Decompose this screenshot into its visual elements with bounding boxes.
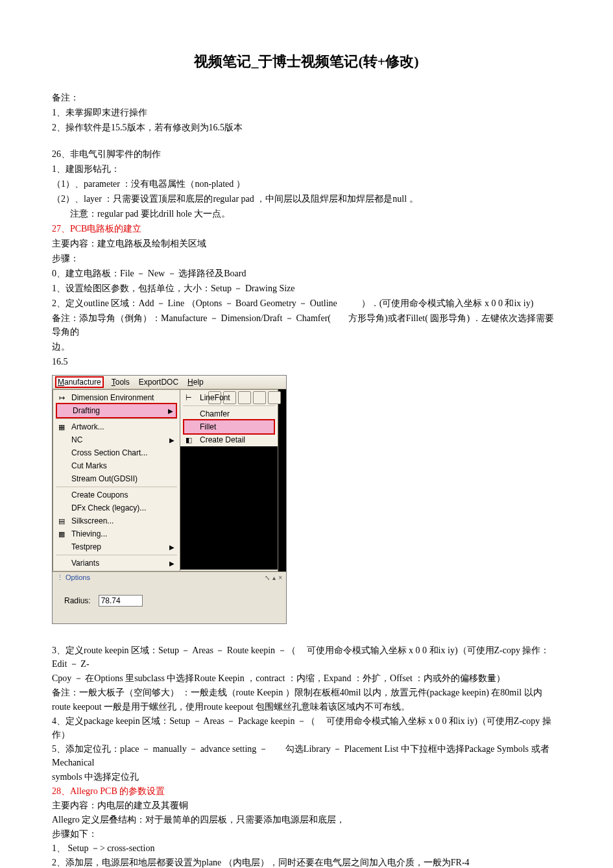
s27-l2: 步骤： xyxy=(52,252,561,265)
manufacture-dropdown: ↦ Dimension Environment Drafting ▶ ▦ Art… xyxy=(53,389,180,572)
chevron-right-icon: ▶ xyxy=(168,407,173,415)
s28-s2: 2、添加层，电源层和地层都要设置为plane （内电层），同时还要在电气层之间加… xyxy=(52,856,561,868)
dimension-icon: ↦ xyxy=(57,393,66,402)
menu-item-variants[interactable]: Variants ▶ xyxy=(53,557,180,570)
s28-l3: 步骤如下： xyxy=(52,827,561,841)
s27-l5b: ）．(可使用命令模式输入坐标 x 0 0 和ix iy) xyxy=(361,298,534,308)
menu-item-testprep[interactable]: Testprep ▶ xyxy=(53,540,180,553)
submenu-item-fillet[interactable]: Fillet xyxy=(183,419,275,435)
s27-l7: 边。 xyxy=(52,340,561,354)
menu-item-silkscreen[interactable]: ▤ Silkscreen... xyxy=(53,514,180,527)
menu-item-cut-marks[interactable]: Cut Marks xyxy=(53,459,180,472)
s28-s1: 1、 Setup －> cross-section xyxy=(52,841,561,855)
note-line-1: 1、未掌握即末进行操作 xyxy=(52,106,561,119)
menu-item-dimension-environment[interactable]: ↦ Dimension Environment xyxy=(53,391,180,404)
radius-label: Radius: xyxy=(64,596,91,605)
minimize-icon[interactable]: ▴ xyxy=(272,574,276,581)
s26-l2: （1）、parameter ：没有电器属性（non-plated ） xyxy=(52,177,561,191)
s26-l3: （2）、layer ：只需要设置顶层和底层的regular pad ，中间层以及… xyxy=(52,192,561,206)
s4: 4、定义package keepin 区域：Setup － Areas － Pa… xyxy=(52,714,561,741)
menu-item-dfx-check[interactable]: DFx Check (legacy)... xyxy=(53,501,180,514)
s27-l5a: 2、定义outline 区域：Add － Line （Optons － Boar… xyxy=(52,298,337,308)
s5: 5、添加定位孔：place － manually － advance setti… xyxy=(52,742,561,769)
menu-exportdoc[interactable]: ExportDOC xyxy=(139,378,178,387)
submenu-item-create-detail[interactable]: ◧ Create Detail xyxy=(180,433,278,446)
section-28-title: 28、Allegro PCB 的参数设置 xyxy=(52,784,561,798)
s27-l6: 备注：添加导角（倒角）：Manufacture － Dimension/Draf… xyxy=(52,311,561,339)
s3-a: 3、定义route keepin 区域：Setup － Areas － Rout… xyxy=(52,644,561,671)
section-27-title: 27、PCB电路板的建立 xyxy=(52,222,561,235)
menu-item-create-coupons[interactable]: Create Coupons xyxy=(53,488,180,501)
chevron-right-icon: ▶ xyxy=(169,544,174,551)
s27-l1: 主要内容：建立电路板及绘制相关区域 xyxy=(52,237,561,250)
s3-note: 备注：一般大板子（空间够大） ：一般走线（route Keepin ）限制在板框… xyxy=(52,686,561,699)
menu-item-thieving[interactable]: ▩ Thieving... xyxy=(53,527,180,540)
section-26-title: 26、非电气引脚零件的制作 xyxy=(52,147,561,161)
note-label: 备注： xyxy=(52,91,561,104)
s26-l4: 注意：regular pad 要比drill hole 大一点。 xyxy=(52,207,561,221)
artwork-icon: ▦ xyxy=(57,422,66,431)
menu-separator xyxy=(56,555,177,555)
s3-d: route keepout 一般是用于螺丝孔，使用route keepout 包… xyxy=(52,700,561,714)
page-title: 视频笔记_于博士视频笔记(转+修改) xyxy=(52,52,561,71)
s3-c: Cpoy － 在Options 里subclass 中选择Route Keepi… xyxy=(52,671,561,685)
options-panel-header: ⋮ Options ⤡ ▴ × xyxy=(53,572,286,583)
silkscreen-icon: ▤ xyxy=(57,516,66,525)
radius-input[interactable] xyxy=(99,595,143,607)
s28-l2: Allegro 定义层叠结构：对于最简单的四层板，只需要添加电源层和底层， xyxy=(52,813,561,826)
menu-help[interactable]: Help xyxy=(187,378,204,387)
s27-l8: 16.5 xyxy=(52,355,561,368)
close-icon[interactable]: × xyxy=(278,574,282,581)
s5c: symbols 中选择定位孔 xyxy=(52,770,561,784)
submenu-item-chamfer[interactable]: Chamfer xyxy=(180,407,278,420)
radius-row: Radius: xyxy=(53,583,286,623)
submenu-item-linefont[interactable]: ⊢ LineFont xyxy=(180,391,278,404)
s27-l5: 2、定义outline 区域：Add － Line （Optons － Boar… xyxy=(52,296,561,310)
s27-l3: 0、建立电路板：File － New － 选择路径及Board xyxy=(52,267,561,280)
thieving-icon: ▩ xyxy=(57,529,66,538)
create-detail-icon: ◧ xyxy=(184,435,193,444)
screenshot-window: MManufactureanufacture Tools ExportDOC H… xyxy=(52,375,287,624)
options-label: Options xyxy=(66,573,90,581)
s26-l1: 1、建圆形钻孔： xyxy=(52,162,561,176)
chevron-right-icon: ▶ xyxy=(169,437,174,444)
s27-l6a: 备注：添加导角（倒角）：Manufacture － Dimension/Draf… xyxy=(52,313,331,323)
dropdown-area: ↦ Dimension Environment Drafting ▶ ▦ Art… xyxy=(53,389,286,572)
menu-item-stream-out[interactable]: Stream Out(GDSII) xyxy=(53,472,180,485)
menu-separator xyxy=(56,418,177,419)
s27-l4: 1、设置绘图区参数，包括单位，大小：Setup － Drawing Size xyxy=(52,282,561,295)
note-line-2: 2、操作软件是15.5版本，若有修改则为16.5版本 xyxy=(52,121,561,134)
menu-item-drafting[interactable]: Drafting ▶ xyxy=(56,403,177,418)
s28-l1: 主要内容：内电层的建立及其覆铜 xyxy=(52,799,561,812)
menu-separator xyxy=(183,405,275,406)
menu-separator xyxy=(56,487,177,487)
menu-item-cross-section-chart[interactable]: Cross Section Chart... xyxy=(53,446,180,459)
chevron-right-icon: ▶ xyxy=(169,560,174,567)
linefont-icon: ⊢ xyxy=(184,393,193,402)
pin-icon[interactable]: ⤡ xyxy=(265,574,270,581)
menu-item-artwork[interactable]: ▦ Artwork... xyxy=(53,420,180,433)
menu-manufacture[interactable]: MManufactureanufacture xyxy=(55,376,104,388)
drafting-submenu: ⊢ LineFont Chamfer Fillet ◧ Create Detai… xyxy=(180,389,278,572)
menu-tools[interactable]: Tools xyxy=(112,378,130,387)
menubar: MManufactureanufacture Tools ExportDOC H… xyxy=(53,376,286,389)
menu-item-nc[interactable]: NC ▶ xyxy=(53,433,180,446)
